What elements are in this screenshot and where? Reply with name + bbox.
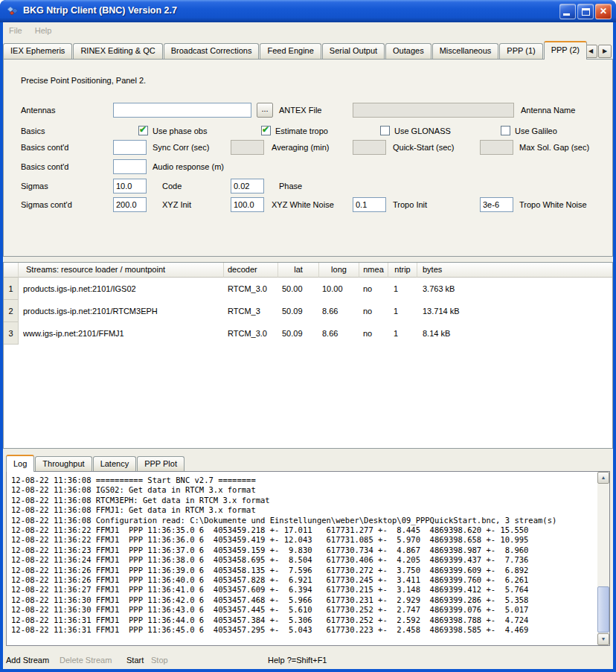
tab-throughput[interactable]: Throughput	[35, 456, 92, 471]
tab-broadcast-corrections[interactable]: Broadcast Corrections	[164, 43, 260, 59]
quick-start-field	[353, 140, 386, 155]
cell-decoder: RTCM_3.0	[228, 278, 277, 300]
tab-serial-output[interactable]: Serial Output	[322, 43, 385, 59]
close-button[interactable]: ✕	[595, 4, 612, 19]
antennas-label: Antennas	[21, 103, 55, 118]
cell-bytes: 13.714 kB	[423, 300, 512, 322]
tab-ppp-1[interactable]: PPP (1)	[499, 43, 542, 59]
cell-lat: 50.00	[282, 278, 318, 300]
antennas-input[interactable]	[113, 103, 251, 118]
use-glonass-checkbox[interactable]	[380, 126, 390, 135]
cell-long: 8.66	[322, 300, 358, 322]
header-ntrip[interactable]: ntrip	[388, 263, 417, 278]
basics-label: Basics	[21, 124, 45, 138]
averaging-field	[231, 140, 264, 155]
tropo-init-input[interactable]	[353, 197, 386, 212]
audio-response-input[interactable]	[113, 159, 147, 174]
delete-stream-button[interactable]: Delete Stream	[60, 651, 112, 669]
use-glonass-label: Use GLONASS	[394, 124, 451, 138]
titlebar[interactable]: BKG Ntrip Client (BNC) Version 2.7 ✕	[0, 0, 616, 22]
ppp-panel	[3, 59, 613, 257]
tab-rinex-editing-qc[interactable]: RINEX Editing & QC	[73, 43, 162, 59]
xyz-white-noise-label: XYZ White Noise	[272, 197, 334, 212]
cell-mountpoint: www.igs-ip.net:2101/FFMJ1	[23, 322, 222, 345]
tab-scroll-right-button[interactable]: ▶	[598, 45, 612, 58]
tab-miscellaneous[interactable]: Miscellaneous	[432, 43, 499, 59]
cell-lat: 50.09	[282, 300, 318, 322]
scroll-down-button[interactable]: ▼	[597, 633, 609, 645]
cell-ntrip: 1	[394, 278, 416, 300]
estimate-tropo-checkbox[interactable]	[261, 126, 271, 135]
sync-corr-input[interactable]	[113, 140, 147, 155]
tropo-init-label: Tropo Init	[393, 197, 427, 212]
use-galileo-checkbox[interactable]	[501, 126, 510, 135]
start-button[interactable]: Start	[126, 651, 144, 669]
stop-button[interactable]: Stop	[151, 651, 168, 669]
cell-ntrip: 1	[394, 300, 416, 322]
use-phase-obs-label: Use phase obs	[153, 124, 207, 138]
sigma-code-input[interactable]	[113, 179, 147, 193]
minimize-icon	[563, 13, 570, 16]
cell-nmea: no	[363, 300, 387, 322]
antenna-name-field	[353, 103, 514, 118]
tab-iex-ephemeris[interactable]: IEX Ephemeris	[3, 43, 72, 59]
cell-lat: 50.09	[282, 322, 318, 345]
main-tabbar: IEX Ephemeris RINEX Editing & QC Broadca…	[3, 42, 588, 60]
table-row[interactable]: 1 products.igs-ip.net:2101/IGS02 RTCM_3.…	[4, 278, 612, 300]
header-lat[interactable]: lat	[278, 263, 319, 278]
menu-help[interactable]: Help	[31, 22, 57, 39]
cell-ntrip: 1	[394, 322, 416, 345]
close-icon: ✕	[596, 4, 611, 19]
log-scrollbar[interactable]: ▲ ▼	[597, 472, 609, 645]
maximize-button[interactable]	[577, 4, 594, 19]
tab-ppp-2[interactable]: PPP (2)	[544, 41, 587, 60]
scroll-up-button[interactable]: ▲	[597, 472, 609, 484]
xyz-init-label: XYZ Init	[162, 197, 191, 212]
add-stream-button[interactable]: Add Stream	[6, 651, 49, 669]
window-title: BKG Ntrip Client (BNC) Version 2.7	[23, 0, 177, 22]
tab-ppp-plot[interactable]: PPP Plot	[137, 456, 185, 471]
cell-long: 10.00	[322, 278, 358, 300]
menubar: File Help	[3, 22, 613, 39]
use-phase-obs-checkbox[interactable]	[138, 126, 148, 135]
cell-decoder: RTCM_3.0	[228, 322, 277, 345]
sigma-phase-input[interactable]	[231, 179, 264, 193]
header-nmea[interactable]: nmea	[359, 263, 388, 278]
quick-start-label: Quick-Start (sec)	[393, 140, 455, 155]
use-galileo-label: Use Galileo	[515, 124, 557, 138]
header-mountpoint[interactable]: Streams: resource loader / mountpoint	[19, 263, 224, 278]
tab-latency[interactable]: Latency	[93, 456, 137, 471]
minimize-button[interactable]	[559, 4, 576, 19]
tropo-white-noise-input[interactable]	[480, 197, 513, 212]
cell-mountpoint: products.igs-ip.net:2101/IGS02	[23, 278, 222, 300]
panel-heading: Precise Point Positioning, Panel 2.	[21, 73, 146, 88]
row-number: 3	[4, 322, 19, 345]
tab-feed-engine[interactable]: Feed Engine	[260, 43, 321, 59]
sigma-phase-label: Phase	[279, 179, 302, 193]
header-decoder[interactable]: decoder	[224, 263, 278, 278]
sigma-code-label: Code	[162, 179, 182, 193]
app-window: BKG Ntrip Client (BNC) Version 2.7 ✕ Fil…	[0, 0, 616, 672]
antex-browse-button[interactable]: ...	[257, 103, 273, 118]
antex-file-label: ANTEX File	[279, 103, 321, 118]
menu-file[interactable]: File	[4, 22, 27, 39]
audio-response-label: Audio response (m)	[153, 159, 224, 174]
sigmas-contd-label: Sigmas cont'd	[21, 197, 72, 212]
header-corner	[4, 263, 19, 278]
xyz-white-noise-input[interactable]	[231, 197, 264, 212]
client-area: File Help IEX Ephemeris RINEX Editing & …	[3, 22, 613, 669]
max-sol-gap-label: Max Sol. Gap (sec)	[519, 140, 589, 155]
tropo-white-noise-label: Tropo White Noise	[519, 197, 587, 212]
scroll-thumb[interactable]	[597, 586, 609, 633]
xyz-init-input[interactable]	[113, 197, 147, 212]
table-row[interactable]: 3 www.igs-ip.net:2101/FFMJ1 RTCM_3.0 50.…	[4, 322, 612, 345]
cell-nmea: no	[363, 322, 387, 345]
bottom-tabbar: Log Throughput Latency PPP Plot	[6, 455, 185, 472]
table-row[interactable]: 2 products.igs-ip.net:2101/RTCM3EPH RTCM…	[4, 300, 612, 322]
scroll-up-icon: ▲	[601, 475, 606, 480]
header-long[interactable]: long	[319, 263, 359, 278]
sync-corr-label: Sync Corr (sec)	[153, 140, 209, 155]
tab-log[interactable]: Log	[6, 455, 34, 472]
header-bytes[interactable]: bytes	[417, 263, 612, 278]
tab-outages[interactable]: Outages	[385, 43, 431, 59]
